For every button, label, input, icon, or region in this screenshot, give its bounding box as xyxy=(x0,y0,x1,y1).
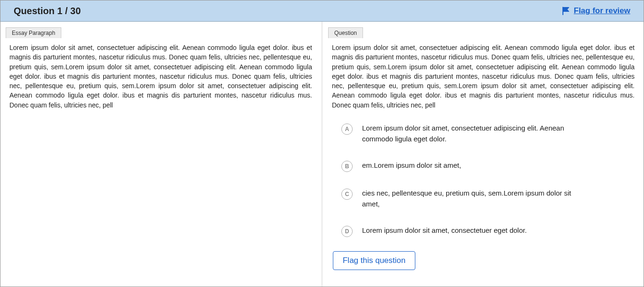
question-pane: Question Lorem ipsum dolor sit amet, con… xyxy=(323,22,644,287)
option-text: Lorem ipsum dolor sit amet, consectetuer… xyxy=(362,123,584,144)
essay-passage: Lorem ipsum dolor sit amet, consectetuer… xyxy=(9,43,312,110)
option-letter: D xyxy=(341,226,353,237)
answer-options: A Lorem ipsum dolor sit amet, consectetu… xyxy=(332,123,635,237)
essay-pane: Essay Paragraph Lorem ipsum dolor sit am… xyxy=(0,22,321,287)
question-stem: Lorem ipsum dolor sit amet, consectetuer… xyxy=(332,43,635,110)
flag-icon xyxy=(562,7,570,15)
option-c[interactable]: C cies nec, pellentesque eu, pretium qui… xyxy=(341,188,635,209)
option-letter: C xyxy=(341,189,353,200)
option-text: cies nec, pellentesque eu, pretium quis,… xyxy=(362,188,584,209)
option-letter: B xyxy=(341,161,353,172)
option-letter: A xyxy=(341,123,353,135)
exam-window: Question 1 / 30 Flag for review Essay Pa… xyxy=(0,0,644,287)
option-text: em.Lorem ipsum dolor sit amet, xyxy=(362,160,461,171)
question-tab[interactable]: Question xyxy=(328,27,363,38)
option-text: Lorem ipsum dolor sit amet, consectetuer… xyxy=(362,225,527,236)
option-b[interactable]: B em.Lorem ipsum dolor sit amet, xyxy=(341,160,635,172)
flag-for-review-link[interactable]: Flag for review xyxy=(562,6,630,16)
question-header: Question 1 / 30 Flag for review xyxy=(0,0,644,22)
option-a[interactable]: A Lorem ipsum dolor sit amet, consectetu… xyxy=(341,123,635,144)
question-counter: Question 1 / 30 xyxy=(14,6,81,16)
content-body: Essay Paragraph Lorem ipsum dolor sit am… xyxy=(0,22,644,287)
flag-for-review-label: Flag for review xyxy=(574,6,630,16)
flag-this-question-button[interactable]: Flag this question xyxy=(333,251,415,270)
essay-tab[interactable]: Essay Paragraph xyxy=(6,27,61,38)
option-d[interactable]: D Lorem ipsum dolor sit amet, consectetu… xyxy=(341,225,635,237)
